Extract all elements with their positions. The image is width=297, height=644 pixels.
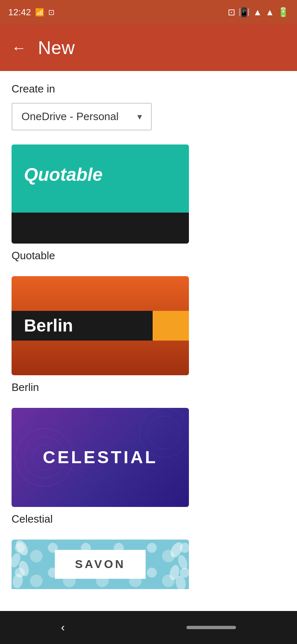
- template-berlin[interactable]: Berlin Berlin: [12, 276, 285, 394]
- celestial-preview: CELESTIAL: [12, 408, 189, 507]
- template-celestial[interactable]: CELESTIAL Celestial: [12, 408, 285, 526]
- template-quotable-image: Quotable: [12, 144, 189, 244]
- quotable-notch: [12, 204, 189, 213]
- quotable-preview: Quotable: [12, 144, 189, 244]
- app-bar: ← New: [0, 25, 297, 71]
- template-celestial-label: Celestial: [12, 513, 285, 526]
- template-berlin-label: Berlin: [12, 381, 285, 394]
- berlin-preview-text: Berlin: [12, 316, 73, 336]
- template-berlin-image: Berlin: [12, 276, 189, 375]
- status-bar-left: 12:42 📶 ⊡: [8, 7, 54, 18]
- template-celestial-image: CELESTIAL: [12, 408, 189, 507]
- wifi-icon: ▲: [253, 7, 262, 18]
- main-content: Create in OneDrive - Personal ▾ Quotable…: [0, 71, 297, 611]
- cast-status-icon: ⊡: [228, 7, 235, 18]
- nav-home-indicator[interactable]: [186, 626, 236, 629]
- template-savon[interactable]: SAVON: [12, 540, 285, 589]
- template-quotable-label: Quotable: [12, 249, 285, 262]
- svg-point-10: [12, 573, 24, 589]
- berlin-orange-accent: [153, 311, 189, 341]
- signal-icon: 📶: [35, 8, 44, 17]
- time-display: 12:42: [8, 7, 31, 18]
- cellular-icon: ▲: [265, 7, 274, 18]
- battery-icon: 🔋: [278, 7, 289, 18]
- storage-dropdown[interactable]: OneDrive - Personal ▾: [12, 103, 152, 130]
- quotable-bottom: [12, 213, 189, 244]
- dropdown-arrow-icon: ▾: [137, 111, 142, 122]
- berlin-stripe: Berlin: [12, 311, 189, 341]
- status-bar: 12:42 📶 ⊡ ⊡ 📳 ▲ ▲ 🔋: [0, 0, 297, 25]
- back-button[interactable]: ←: [12, 40, 26, 55]
- celestial-preview-text: CELESTIAL: [43, 447, 158, 467]
- berlin-preview: Berlin: [12, 276, 189, 375]
- svg-point-4: [148, 416, 181, 449]
- savon-preview-text: SAVON: [75, 558, 126, 571]
- storage-dropdown-value: OneDrive - Personal: [21, 110, 119, 123]
- cast-icon: ⊡: [48, 8, 54, 17]
- nav-back-button[interactable]: ‹: [61, 621, 65, 634]
- nav-bar: ‹: [0, 611, 297, 644]
- storage-dropdown-container: OneDrive - Personal ▾: [12, 103, 285, 130]
- template-savon-image: SAVON: [12, 540, 189, 589]
- quotable-top: Quotable: [12, 144, 189, 204]
- quotable-preview-text: Quotable: [24, 164, 103, 185]
- vibrate-icon: 📳: [238, 7, 250, 18]
- page-title: New: [38, 38, 75, 58]
- template-quotable[interactable]: Quotable Quotable: [12, 144, 285, 262]
- status-bar-right: ⊡ 📳 ▲ ▲ 🔋: [228, 7, 289, 18]
- create-in-label: Create in: [12, 83, 285, 95]
- savon-inner-box: SAVON: [55, 550, 146, 579]
